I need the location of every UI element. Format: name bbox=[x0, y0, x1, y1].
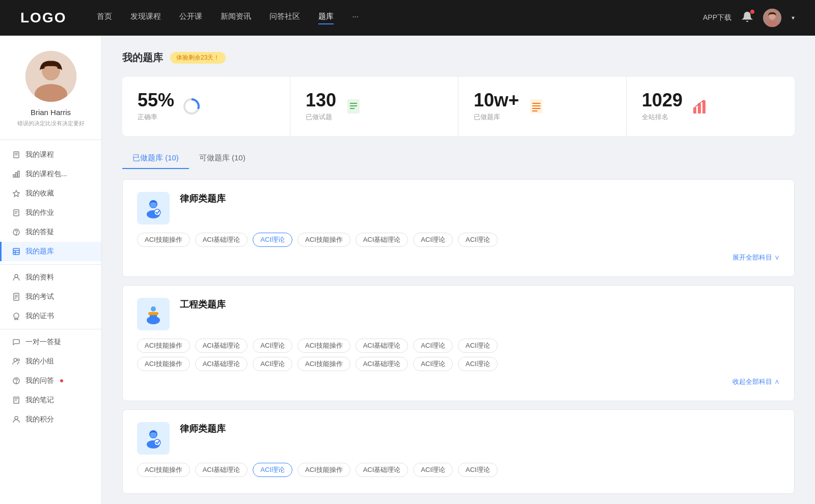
file-icon bbox=[12, 151, 20, 159]
tag[interactable]: ACI技能操作 bbox=[297, 463, 350, 477]
lawyer-icon bbox=[137, 192, 170, 225]
sidebar-item-qa2[interactable]: 我的问答 bbox=[0, 371, 101, 390]
tag[interactable]: ACI理论 bbox=[413, 357, 453, 371]
tag[interactable]: ACI理论 bbox=[458, 357, 498, 371]
tag[interactable]: ACI理论 bbox=[413, 233, 453, 247]
logo: LOGO bbox=[20, 10, 66, 26]
sidebar-item-exam[interactable]: 我的考试 bbox=[0, 287, 101, 306]
sidebar-item-group[interactable]: 我的小组 bbox=[0, 352, 101, 371]
nav-more[interactable]: ··· bbox=[352, 12, 359, 24]
sidebar-item-courses[interactable]: 我的课程 bbox=[0, 145, 101, 164]
engineer-icon bbox=[137, 298, 170, 330]
tab-todo[interactable]: 可做题库 (10) bbox=[189, 148, 256, 169]
stat-questions-label: 已做试题 bbox=[306, 113, 336, 122]
stat-ranking: 1029 全站排名 bbox=[627, 77, 795, 136]
svg-point-53 bbox=[154, 209, 160, 215]
tag[interactable]: ACI理论 bbox=[458, 463, 498, 477]
stat-banks-label: 已做题库 bbox=[474, 113, 519, 122]
nav-open-course[interactable]: 公开课 bbox=[179, 12, 202, 24]
sidebar-item-profile-data[interactable]: 我的资料 bbox=[0, 268, 101, 287]
stat-questions: 130 已做试题 bbox=[290, 77, 458, 136]
award-icon bbox=[12, 312, 20, 320]
tag-active[interactable]: ACI理论 bbox=[253, 463, 292, 477]
stat-banks: 10w+ 已做题库 bbox=[458, 77, 627, 136]
stats-row: 55% 正确率 130 已做试题 bbox=[122, 77, 795, 136]
tag-active[interactable]: ACI理论 bbox=[253, 233, 292, 247]
svg-rect-49 bbox=[702, 100, 705, 114]
nav-discover[interactable]: 发现课程 bbox=[130, 12, 161, 24]
stat-ranking-number: 1029 bbox=[642, 91, 683, 109]
star-icon bbox=[12, 189, 20, 198]
tag[interactable]: ACI技能操作 bbox=[137, 357, 190, 371]
tag[interactable]: ACI技能操作 bbox=[137, 233, 190, 247]
tag[interactable]: ACI技能操作 bbox=[137, 339, 190, 353]
sidebar-item-homework[interactable]: 我的作业 bbox=[0, 203, 101, 222]
expand-link-lawyer-1[interactable]: 展开全部科目 ∨ bbox=[137, 251, 780, 264]
sidebar-item-qbank[interactable]: 我的题库 bbox=[0, 242, 101, 261]
qbank-card-lawyer-1: 律师类题库 ACI技能操作 ACI基础理论 ACI理论 ACI技能操作 ACI基… bbox=[122, 179, 795, 277]
tag[interactable]: ACI基础理论 bbox=[195, 463, 248, 477]
question-icon bbox=[12, 228, 20, 236]
nav-qbank[interactable]: 题库 bbox=[318, 12, 334, 24]
sidebar-item-course-packages[interactable]: 我的课程包... bbox=[0, 164, 101, 184]
qbank-card-engineer: 工程类题库 ACI技能操作 ACI基础理论 ACI理论 ACI技能操作 ACI基… bbox=[122, 285, 795, 401]
tag[interactable]: ACI理论 bbox=[413, 463, 453, 477]
sidebar-item-notes[interactable]: 我的笔记 bbox=[0, 390, 101, 410]
tag[interactable]: ACI基础理论 bbox=[356, 339, 409, 353]
sidebar-item-qa[interactable]: 我的答疑 bbox=[0, 222, 101, 242]
sidebar-item-certificate[interactable]: 我的证书 bbox=[0, 306, 101, 326]
svg-point-29 bbox=[17, 359, 19, 361]
svg-rect-56 bbox=[148, 312, 158, 315]
tag[interactable]: ACI理论 bbox=[253, 339, 292, 353]
tag[interactable]: ACI理论 bbox=[458, 233, 498, 247]
bar-chart-icon bbox=[12, 170, 20, 178]
sidebar-item-one-on-one[interactable]: 一对一答疑 bbox=[0, 332, 101, 352]
qbank-name-lawyer-1: 律师类题库 bbox=[180, 192, 226, 203]
qbank-card-lawyer-2: 律师类题库 ACI技能操作 ACI基础理论 ACI理论 ACI技能操作 ACI基… bbox=[122, 409, 795, 494]
nav-news[interactable]: 新闻资讯 bbox=[221, 12, 251, 24]
notification-bell[interactable] bbox=[742, 11, 753, 24]
tag[interactable]: ACI理论 bbox=[458, 339, 498, 353]
doc-icon bbox=[344, 97, 363, 116]
tag[interactable]: ACI基础理论 bbox=[356, 357, 409, 371]
divider-2 bbox=[0, 329, 101, 329]
svg-rect-11 bbox=[18, 171, 19, 177]
tab-done[interactable]: 已做题库 (10) bbox=[122, 148, 189, 169]
avatar[interactable] bbox=[763, 9, 781, 27]
collapse-link-engineer[interactable]: 收起全部科目 ∧ bbox=[137, 375, 780, 388]
qa-badge bbox=[60, 379, 63, 382]
tag[interactable]: ACI技能操作 bbox=[297, 233, 350, 247]
stat-questions-number: 130 bbox=[306, 91, 336, 109]
help-circle-icon bbox=[12, 377, 20, 385]
tag[interactable]: ACI理论 bbox=[253, 357, 292, 371]
nav-qa[interactable]: 问答社区 bbox=[269, 12, 300, 24]
nav-menu: 首页 发现课程 公开课 新闻资讯 问答社区 题库 ··· bbox=[97, 12, 703, 24]
svg-rect-58 bbox=[152, 306, 155, 309]
navbar: LOGO 首页 发现课程 公开课 新闻资讯 问答社区 题库 ··· APP下载 … bbox=[0, 0, 815, 36]
sidebar-item-favorites[interactable]: 我的收藏 bbox=[0, 184, 101, 203]
svg-point-22 bbox=[15, 274, 18, 277]
stat-accuracy-label: 正确率 bbox=[138, 113, 174, 122]
app-download-button[interactable]: APP下载 bbox=[703, 13, 731, 22]
svg-rect-48 bbox=[698, 103, 701, 114]
tag[interactable]: ACI技能操作 bbox=[137, 463, 190, 477]
nav-home[interactable]: 首页 bbox=[97, 12, 112, 24]
qbank-tags-lawyer-2: ACI技能操作 ACI基础理论 ACI理论 ACI技能操作 ACI基础理论 AC… bbox=[137, 463, 780, 477]
file-text-icon bbox=[12, 293, 20, 301]
tag[interactable]: ACI基础理论 bbox=[195, 233, 248, 247]
tag[interactable]: ACI基础理论 bbox=[195, 339, 248, 353]
tag[interactable]: ACI理论 bbox=[413, 339, 453, 353]
tag[interactable]: ACI技能操作 bbox=[297, 357, 350, 371]
svg-rect-55 bbox=[150, 314, 157, 321]
user-icon bbox=[12, 273, 20, 282]
tag[interactable]: ACI基础理论 bbox=[356, 233, 409, 247]
tag[interactable]: ACI基础理论 bbox=[356, 463, 409, 477]
sidebar-item-points[interactable]: 我的积分 bbox=[0, 410, 101, 429]
qbank-tags-engineer-row2: ACI技能操作 ACI基础理论 ACI理论 ACI技能操作 ACI基础理论 AC… bbox=[137, 357, 780, 371]
svg-rect-10 bbox=[16, 173, 17, 177]
stat-banks-number: 10w+ bbox=[474, 91, 519, 109]
user-menu-chevron[interactable]: ▾ bbox=[792, 14, 795, 21]
svg-point-62 bbox=[154, 439, 160, 445]
tag[interactable]: ACI基础理论 bbox=[195, 357, 248, 371]
tag[interactable]: ACI技能操作 bbox=[297, 339, 350, 353]
